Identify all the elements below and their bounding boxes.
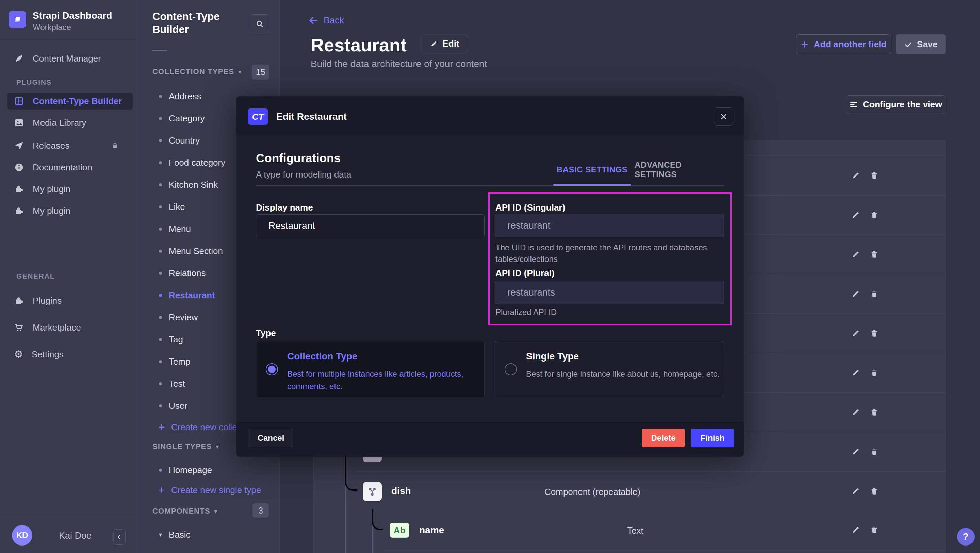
delete-field-icon[interactable]: [870, 211, 878, 219]
delete-field-icon[interactable]: [870, 368, 878, 377]
collection-type-option[interactable]: Collection Type Best for multiple instan…: [256, 341, 485, 397]
sidebar-item-media-library[interactable]: Media Library: [0, 114, 137, 132]
page-title: Restaurant: [311, 35, 407, 54]
radio-selected-icon[interactable]: [266, 363, 278, 375]
display-name-input[interactable]: [256, 214, 485, 237]
field-row-actions: [851, 211, 878, 219]
pencil-icon: [430, 40, 438, 48]
bullet-icon: [159, 95, 162, 98]
search-button[interactable]: [250, 14, 269, 33]
components-count-badge: 3: [253, 503, 269, 518]
paper-plane-icon: [14, 140, 24, 151]
chevron-down-icon: ▾: [159, 531, 162, 539]
single-type-option[interactable]: Single Type Best for single instance lik…: [495, 341, 724, 397]
radio-unselected-icon[interactable]: [504, 363, 517, 375]
field-row-actions: [851, 289, 878, 298]
chevron-down-icon: ▾: [238, 68, 242, 76]
delete-field-icon[interactable]: [870, 447, 878, 456]
plus-icon: [158, 486, 166, 494]
finish-button[interactable]: Finish: [691, 429, 734, 447]
field-type: Text: [627, 526, 643, 536]
bullet-icon: [159, 469, 162, 472]
sidebar-item-documentation[interactable]: Documentation: [0, 159, 137, 176]
strapi-logo[interactable]: [8, 11, 26, 28]
edit-field-icon[interactable]: [851, 447, 860, 456]
layout-grid-icon: [14, 96, 24, 106]
edit-button[interactable]: Edit: [422, 34, 468, 53]
cancel-button[interactable]: Cancel: [249, 429, 293, 447]
search-icon: [255, 19, 264, 29]
delete-field-icon[interactable]: [870, 408, 878, 416]
bullet-icon: [159, 338, 162, 341]
user-name: Kai Doe: [59, 531, 92, 541]
add-another-field-button[interactable]: Add another field: [796, 34, 891, 54]
bullet-icon: [159, 294, 162, 297]
delete-field-icon[interactable]: [870, 329, 878, 338]
edit-field-icon[interactable]: [851, 487, 860, 496]
puzzle-icon: [14, 206, 24, 216]
active-tab-underline: [553, 184, 631, 186]
sidebar-item-content-manager[interactable]: Content Manager: [0, 50, 137, 67]
api-id-singular-label: API ID (Singular): [495, 202, 565, 213]
api-id-singular-help: The UID is used to generate the API rout…: [495, 242, 717, 265]
save-button[interactable]: Save: [896, 34, 946, 54]
avatar[interactable]: KD: [12, 525, 32, 545]
puzzle-icon: [14, 184, 24, 194]
cart-icon: [14, 323, 24, 333]
sidebar-item-content-type-builder[interactable]: Content-Type Builder: [8, 92, 133, 110]
sidebar-item-my-plugin-2[interactable]: My plugin: [0, 202, 137, 220]
image-icon: [14, 118, 24, 128]
close-icon: [719, 112, 728, 121]
help-button[interactable]: ?: [957, 528, 975, 545]
edit-field-icon[interactable]: [851, 289, 860, 298]
page-subtitle: Build the data architecture of your cont…: [311, 59, 487, 69]
collection-types-heading[interactable]: COLLECTION TYPES▾: [153, 67, 242, 76]
create-single-type-link[interactable]: Create new single type: [155, 482, 261, 498]
edit-field-icon[interactable]: [851, 329, 860, 338]
arrow-left-icon: [308, 15, 319, 26]
delete-field-icon[interactable]: [870, 526, 878, 534]
tab-basic-settings[interactable]: BASIC SETTINGS: [553, 161, 631, 178]
edit-field-icon[interactable]: [851, 526, 860, 534]
edit-field-icon[interactable]: [851, 408, 860, 416]
delete-button[interactable]: Delete: [642, 429, 685, 447]
sidebar-item-marketplace[interactable]: Marketplace: [0, 319, 137, 336]
configure-view-button[interactable]: Configure the view: [846, 95, 945, 114]
edit-field-icon[interactable]: [851, 171, 860, 180]
sidebar-item-settings[interactable]: ⚙ Settings: [0, 346, 137, 363]
subnav-item-homepage[interactable]: Homepage: [155, 461, 277, 479]
delete-field-icon[interactable]: [870, 250, 878, 259]
single-types-heading[interactable]: SINGLE TYPES▾: [153, 442, 219, 451]
chevron-down-icon: ▾: [216, 443, 220, 450]
bullet-icon: [159, 161, 162, 164]
subnav-group-basic[interactable]: ▾Basic: [155, 526, 277, 543]
edit-field-icon[interactable]: [851, 250, 860, 259]
collection-count-badge: 15: [252, 65, 269, 79]
components-heading[interactable]: COMPONENTS▾: [153, 507, 218, 516]
field-row-actions: [851, 250, 878, 259]
sidebar-item-my-plugin[interactable]: My plugin: [0, 180, 137, 198]
gear-icon: ⚙: [14, 349, 23, 359]
bullet-icon: [159, 249, 162, 253]
configurations-heading: Configurations: [256, 151, 340, 165]
edit-field-icon[interactable]: [851, 368, 860, 377]
field-row-actions: [851, 171, 878, 180]
single-type-description: Best for single instance like about us, …: [526, 368, 720, 380]
strapi-app: dish Component (repeatable) Ab name Text…: [0, 0, 980, 553]
subnav-title: Content-Type Builder: [153, 10, 255, 36]
close-modal-button[interactable]: [714, 108, 733, 126]
delete-field-icon[interactable]: [870, 289, 878, 298]
back-link[interactable]: Back: [308, 15, 344, 26]
bullet-icon: [159, 183, 162, 186]
workspace-label: Workplace: [33, 22, 71, 32]
plus-icon: [800, 40, 809, 49]
tab-advanced-settings[interactable]: ADVANCED SETTINGS: [635, 161, 723, 178]
api-id-plural-input[interactable]: [495, 281, 724, 304]
sidebar-item-plugins[interactable]: Plugins: [0, 292, 137, 310]
delete-field-icon[interactable]: [870, 487, 878, 496]
delete-field-icon[interactable]: [870, 171, 878, 180]
api-id-singular-input[interactable]: [495, 214, 724, 237]
collapse-sidebar-button[interactable]: [113, 529, 126, 545]
bullet-icon: [159, 316, 162, 319]
edit-field-icon[interactable]: [851, 211, 860, 219]
